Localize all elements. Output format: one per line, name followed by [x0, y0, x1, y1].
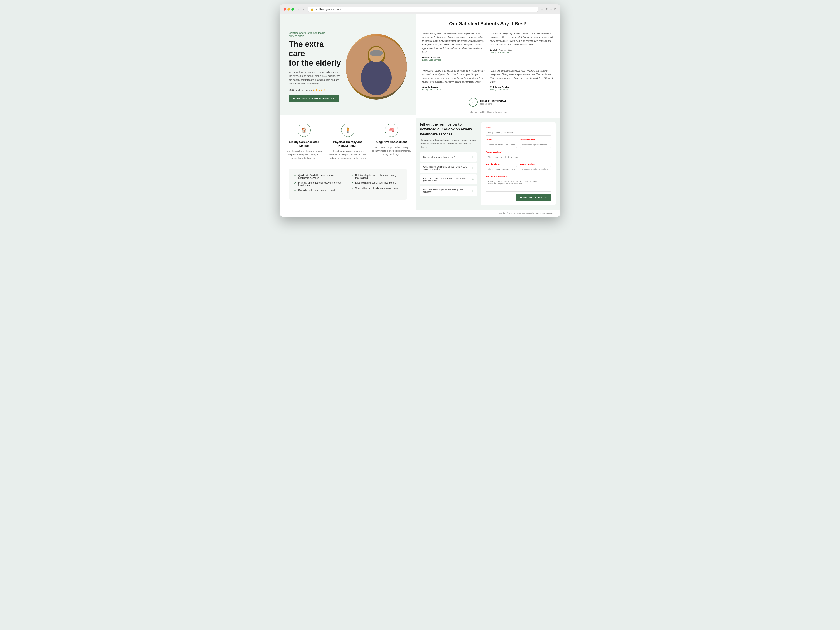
- email-phone-row: Email * Phone Number *: [486, 139, 551, 148]
- rating-text: 200+ families reviews: [289, 89, 312, 92]
- reviewer-name-2: Adeola Faleye: [422, 86, 486, 88]
- age-gender-row: Age of Patient * Patient Gender * - Sele…: [486, 163, 551, 172]
- reviewer-name-0: Bukola Beckley: [422, 56, 486, 59]
- benefit-item-4: ✓ Lifetime happiness of your loved one's: [351, 182, 402, 185]
- footer: Copyright © 2023 – Livingtower Integral'…: [415, 210, 560, 216]
- info-group: Additional Information: [486, 175, 551, 193]
- faq-question-2: Are there certain clients to whom you pr…: [423, 177, 472, 182]
- reviewer-role-2: Elderly Care Services: [422, 88, 486, 91]
- forward-button[interactable]: ›: [302, 7, 305, 11]
- reviewer-role-3: Elderly Care Services: [490, 88, 553, 91]
- check-icon-5: ✓: [351, 187, 354, 190]
- browser-nav: ‹ ›: [297, 7, 305, 11]
- service-card-2: 🧠 Cognitive Assessment We conduct proper…: [372, 123, 411, 160]
- testimonials-title: Our Satisfied Patients Say It Best!: [422, 21, 553, 27]
- benefits-col-2: ✓ Relationship between client and caregi…: [351, 174, 402, 194]
- faq-item-1[interactable]: What medical treatments do your elderly …: [420, 163, 477, 173]
- info-label: Additional Information: [486, 175, 551, 178]
- benefit-text-5: Support for the elderly and assisted liv…: [355, 187, 399, 189]
- hero-section: Certified and trusted healthcare profess…: [280, 14, 415, 115]
- download-icon[interactable]: ⬇: [541, 8, 543, 11]
- location-label: Patient Location *: [486, 151, 551, 153]
- service-title-0: Elderly Care (Assisted Living): [284, 140, 324, 148]
- hero-title: The extra care for the elderly: [289, 39, 341, 68]
- contact-form: Name * Email * Phone: [481, 122, 556, 205]
- faq-title: Fill out the form below to download our …: [420, 122, 477, 137]
- left-panel: Certified and trusted healthcare profess…: [280, 14, 415, 216]
- cognitive-assessment-icon: 🧠: [385, 123, 398, 137]
- tabs-icon[interactable]: ⧉: [554, 8, 556, 11]
- name-label: Name *: [486, 126, 551, 129]
- check-icon-0: ✓: [294, 174, 297, 177]
- faq-question-1: What medical treatments do your elderly …: [423, 166, 472, 171]
- faq-toggle-1[interactable]: +: [472, 166, 474, 170]
- share-icon[interactable]: ⬆: [546, 8, 548, 11]
- name-group: Name *: [486, 126, 551, 136]
- benefit-text-2: Overall comfort and peace of mind: [298, 189, 335, 191]
- brand-badge: ♡ HEALTH INTEGRAL Medical Care: [422, 94, 553, 110]
- location-group: Patient Location *: [486, 151, 551, 160]
- faq-question-3: What are the charges for this elderly ca…: [423, 188, 472, 193]
- brand-sub: Medical Care: [480, 103, 507, 105]
- phone-group: Phone Number *: [520, 139, 551, 148]
- hero-rating: 200+ families reviews ★★★★☆: [289, 88, 341, 92]
- phone-input[interactable]: [520, 142, 551, 148]
- location-input[interactable]: [486, 154, 551, 160]
- url-text: healthintegralplus.com: [314, 8, 341, 11]
- browser-actions: ⬇ ⬆ + ⧉: [541, 8, 556, 11]
- benefits-section: ✓ Quality & affordable homecare and heal…: [289, 169, 407, 199]
- check-icon-1: ✓: [294, 182, 297, 185]
- testimonial-3: "Great and unforgettable experience my f…: [490, 69, 553, 94]
- testimonial-2: "I needed a reliable organization to tak…: [422, 69, 486, 94]
- reviewer-name-1: Afolabi Olaosebikan: [490, 49, 553, 51]
- testimonials-section: Our Satisfied Patients Say It Best! "In …: [415, 14, 560, 118]
- phone-label: Phone Number *: [520, 139, 551, 141]
- testimonial-0: "In fact, Living tower Integral home car…: [422, 32, 486, 65]
- back-button[interactable]: ‹: [297, 7, 300, 11]
- name-input[interactable]: [486, 129, 551, 136]
- gender-group: Patient Gender * - Select the patient's …: [520, 163, 551, 172]
- faq-toggle-2[interactable]: +: [472, 177, 474, 182]
- faq-toggle-3[interactable]: +: [472, 189, 474, 193]
- benefit-item-2: ✓ Overall comfort and peace of mind: [294, 189, 344, 192]
- faq-item-3[interactable]: What are the charges for this elderly ca…: [420, 186, 477, 196]
- services-section: 🏠 Elderly Care (Assisted Living) From th…: [280, 115, 415, 213]
- info-textarea[interactable]: [486, 178, 551, 192]
- benefit-item-3: ✓ Relationship between client and caregi…: [351, 174, 402, 179]
- physical-therapy-icon: 🧍: [341, 123, 354, 137]
- hero-title-mid: for the: [289, 58, 316, 67]
- faq-form-area: Fill out the form below to download our …: [415, 118, 560, 210]
- testimonial-1: "Impressive caregiving service. I needed…: [490, 32, 553, 65]
- browser-window: ‹ › 🔒 healthintegralplus.com ⬇ ⬆ + ⧉ Cer…: [280, 5, 560, 216]
- close-dot[interactable]: [284, 8, 286, 11]
- testimonial-text-2: "I needed a reliable organization to tak…: [422, 69, 486, 84]
- faq-subtitle: Here are some frequently asked questions…: [420, 139, 477, 149]
- testimonial-text-1: "Impressive caregiving service. I needed…: [490, 32, 553, 47]
- lock-icon: 🔒: [311, 8, 313, 11]
- age-input[interactable]: [486, 166, 517, 172]
- rating-stars: ★★★★☆: [313, 88, 326, 92]
- benefits-col-1: ✓ Quality & affordable homecare and heal…: [294, 174, 344, 194]
- form-submit-button[interactable]: DOWNLOAD SERVICES: [516, 194, 551, 201]
- download-ebook-button[interactable]: DOWNLOAD OUR SERVICES EBOOK: [289, 95, 339, 102]
- page-content: Certified and trusted healthcare profess…: [280, 14, 560, 216]
- email-input[interactable]: [486, 142, 517, 148]
- gender-select[interactable]: - Select the patient's gender - Male Fem…: [520, 166, 551, 172]
- reviewer-role-0: Elderly Care Services: [422, 59, 486, 61]
- check-icon-4: ✓: [351, 182, 354, 185]
- faq-toggle-0[interactable]: +: [472, 155, 474, 159]
- services-grid: 🏠 Elderly Care (Assisted Living) From th…: [284, 123, 411, 160]
- faq-item-2[interactable]: Are there certain clients to whom you pr…: [420, 174, 477, 185]
- benefit-text-3: Relationship between client and caregive…: [355, 174, 402, 179]
- maximize-dot[interactable]: [291, 8, 294, 11]
- add-tab-icon[interactable]: +: [550, 8, 552, 11]
- age-group: Age of Patient *: [486, 163, 517, 172]
- minimize-dot[interactable]: [287, 8, 290, 11]
- reviewer-name-3: Chidinma Okeke: [490, 86, 553, 88]
- address-bar[interactable]: 🔒 healthintegralplus.com: [308, 6, 538, 12]
- check-icon-3: ✓: [351, 174, 354, 177]
- benefits-grid: ✓ Quality & affordable homecare and heal…: [294, 174, 402, 194]
- brand-name: HEALTH INTEGRAL: [480, 99, 507, 103]
- faq-item-0[interactable]: Do you offer a home based care? +: [420, 153, 477, 162]
- check-icon-2: ✓: [294, 189, 297, 192]
